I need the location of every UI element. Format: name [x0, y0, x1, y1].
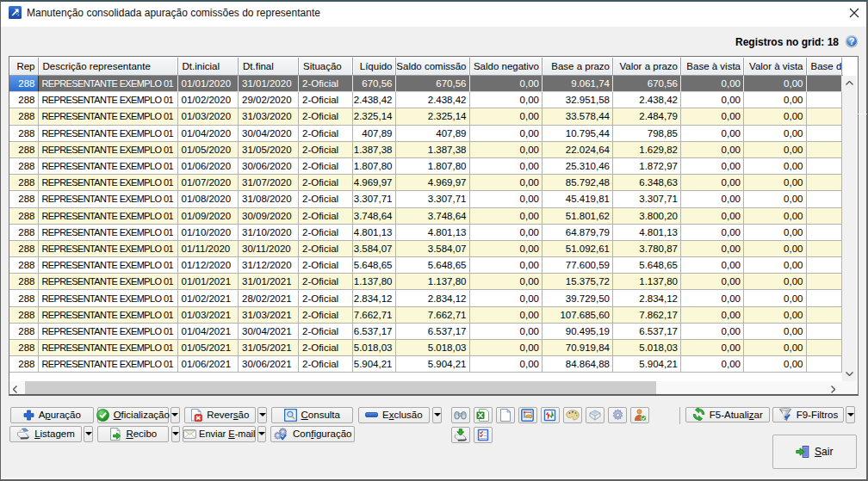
svg-text:?: ?: [849, 36, 855, 46]
